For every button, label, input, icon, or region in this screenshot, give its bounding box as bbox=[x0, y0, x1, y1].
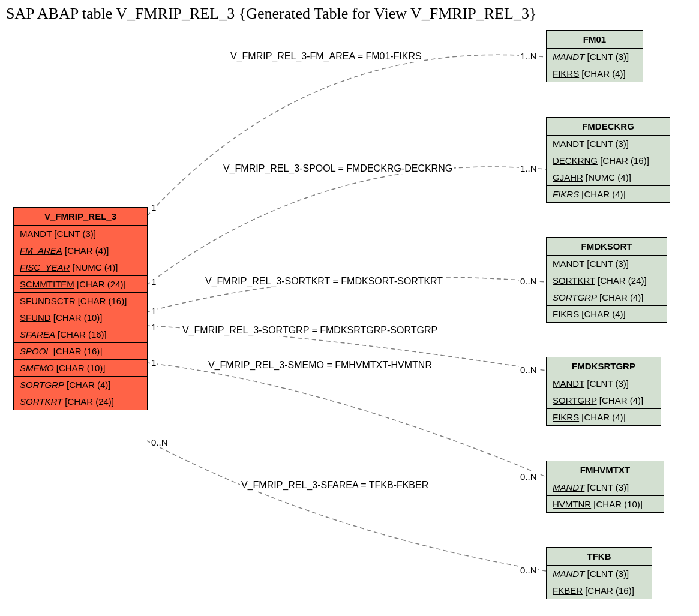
entity-field: SFUND [CHAR (10)] bbox=[14, 309, 147, 326]
entity-field: FIKRS [CHAR (4)] bbox=[547, 409, 661, 425]
card-right-1: 1..N bbox=[519, 163, 538, 173]
entity-fm01: FM01 MANDT [CLNT (3)]FIKRS [CHAR (4)] bbox=[546, 30, 643, 82]
card-left-3: 1 bbox=[150, 322, 157, 332]
entity-field: SMEMO [CHAR (10)] bbox=[14, 360, 147, 377]
entity-field: MANDT [CLNT (3)] bbox=[547, 256, 667, 272]
entity-field: SFAREA [CHAR (16)] bbox=[14, 326, 147, 343]
entity-fmdksort: FMDKSORT MANDT [CLNT (3)]SORTKRT [CHAR (… bbox=[546, 237, 667, 323]
relation-label-3: V_FMRIP_REL_3-SORTGRP = FMDKSRTGRP-SORTG… bbox=[181, 325, 439, 336]
entity-fmdeckrg: FMDECKRG MANDT [CLNT (3)]DECKRNG [CHAR (… bbox=[546, 117, 670, 203]
entity-field: SFUNDSCTR [CHAR (16)] bbox=[14, 293, 147, 309]
entity-field: DECKRNG [CHAR (16)] bbox=[547, 152, 670, 169]
entity-field: SPOOL [CHAR (16)] bbox=[14, 343, 147, 360]
entity-field: MANDT [CLNT (3)] bbox=[547, 375, 661, 392]
entity-header: TFKB bbox=[547, 548, 652, 566]
card-right-3: 0..N bbox=[519, 365, 538, 375]
entity-field: MANDT [CLNT (3)] bbox=[547, 49, 643, 65]
entity-field: SORTKRT [CHAR (24)] bbox=[547, 272, 667, 289]
entity-field: MANDT [CLNT (3)] bbox=[547, 136, 670, 152]
entity-header: FMDKSRTGRP bbox=[547, 357, 661, 375]
entity-field: MANDT [CLNT (3)] bbox=[547, 566, 652, 582]
entity-field: SORTGRP [CHAR (4)] bbox=[547, 392, 661, 409]
card-right-5: 0..N bbox=[519, 565, 538, 575]
relation-label-5: V_FMRIP_REL_3-SFAREA = TFKB-FKBER bbox=[240, 480, 430, 491]
entity-field: MANDT [CLNT (3)] bbox=[547, 479, 664, 496]
entity-field: SORTGRP [CHAR (4)] bbox=[14, 377, 147, 393]
relation-label-1: V_FMRIP_REL_3-SPOOL = FMDECKRG-DECKRNG bbox=[222, 163, 454, 174]
entity-main: V_FMRIP_REL_3 MANDT [CLNT (3)]FM_AREA [C… bbox=[13, 207, 148, 410]
card-left-1: 1 bbox=[150, 277, 157, 287]
entity-field: MANDT [CLNT (3)] bbox=[14, 226, 147, 242]
entity-header: FMHVMTXT bbox=[547, 461, 664, 479]
entity-field: FIKRS [CHAR (4)] bbox=[547, 306, 667, 322]
relation-label-0: V_FMRIP_REL_3-FM_AREA = FM01-FIKRS bbox=[229, 51, 423, 62]
entity-field: FKBER [CHAR (16)] bbox=[547, 582, 652, 599]
entity-field: FISC_YEAR [NUMC (4)] bbox=[14, 259, 147, 276]
entity-main-header: V_FMRIP_REL_3 bbox=[14, 208, 147, 226]
entity-header: FMDKSORT bbox=[547, 238, 667, 256]
entity-fmdksrtgrp: FMDKSRTGRP MANDT [CLNT (3)]SORTGRP [CHAR… bbox=[546, 357, 661, 426]
entity-field: SCMMTITEM [CHAR (24)] bbox=[14, 276, 147, 293]
card-left-5: 0..N bbox=[150, 437, 169, 447]
entity-field: SORTGRP [CHAR (4)] bbox=[547, 289, 667, 306]
entity-field: HVMTNR [CHAR (10)] bbox=[547, 496, 664, 512]
entity-field: FIKRS [CHAR (4)] bbox=[547, 186, 670, 202]
entity-header: FMDECKRG bbox=[547, 118, 670, 136]
entity-field: GJAHR [NUMC (4)] bbox=[547, 169, 670, 186]
entity-field: SORTKRT [CHAR (24)] bbox=[14, 393, 147, 410]
relation-label-2: V_FMRIP_REL_3-SORTKRT = FMDKSORT-SORTKRT bbox=[204, 276, 444, 287]
relation-label-4: V_FMRIP_REL_3-SMEMO = FMHVMTXT-HVMTNR bbox=[207, 360, 433, 371]
entity-field: FIKRS [CHAR (4)] bbox=[547, 65, 643, 82]
entity-tfkb: TFKB MANDT [CLNT (3)]FKBER [CHAR (16)] bbox=[546, 547, 652, 599]
card-right-4: 0..N bbox=[519, 471, 538, 482]
card-left-0: 1 bbox=[150, 202, 157, 212]
entity-field: FM_AREA [CHAR (4)] bbox=[14, 242, 147, 259]
card-right-2: 0..N bbox=[519, 276, 538, 286]
card-right-0: 1..N bbox=[519, 51, 538, 61]
entity-header: FM01 bbox=[547, 31, 643, 49]
card-left-2: 1 bbox=[150, 306, 157, 316]
card-left-4: 1 bbox=[150, 357, 157, 368]
diagram-title: SAP ABAP table V_FMRIP_REL_3 {Generated … bbox=[6, 5, 536, 23]
entity-fmhvmtxt: FMHVMTXT MANDT [CLNT (3)]HVMTNR [CHAR (1… bbox=[546, 461, 664, 513]
